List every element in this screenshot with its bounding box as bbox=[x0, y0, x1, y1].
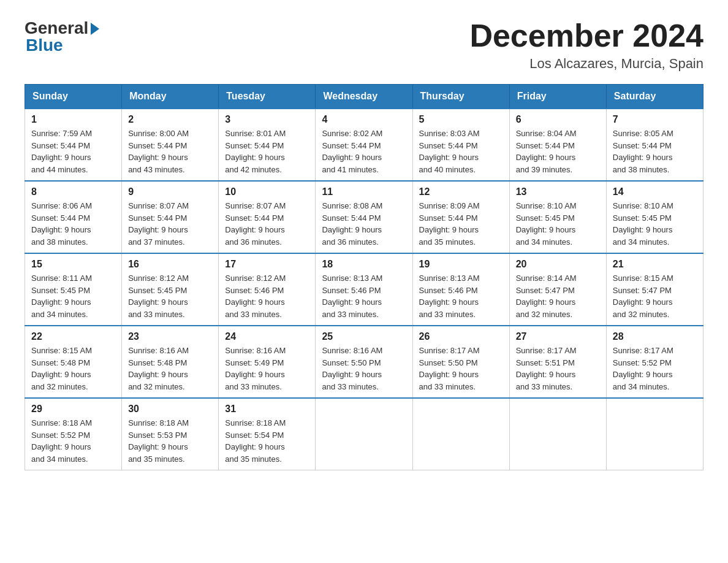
calendar-cell bbox=[509, 398, 606, 470]
calendar-cell: 24 Sunrise: 8:16 AMSunset: 5:49 PMDaylig… bbox=[219, 326, 316, 398]
calendar-cell: 11 Sunrise: 8:08 AMSunset: 5:44 PMDaylig… bbox=[316, 181, 412, 253]
day-info: Sunrise: 8:15 AMSunset: 5:48 PMDaylight:… bbox=[31, 346, 92, 391]
calendar-cell: 9 Sunrise: 8:07 AMSunset: 5:44 PMDayligh… bbox=[122, 181, 219, 253]
page-header: General Blue December 2024 Los Alcazares… bbox=[25, 18, 703, 72]
calendar-cell: 13 Sunrise: 8:10 AMSunset: 5:45 PMDaylig… bbox=[509, 181, 606, 253]
weekday-header-friday: Friday bbox=[509, 85, 606, 109]
calendar-cell: 4 Sunrise: 8:02 AMSunset: 5:44 PMDayligh… bbox=[316, 109, 412, 181]
day-number: 22 bbox=[31, 331, 115, 342]
day-info: Sunrise: 8:07 AMSunset: 5:44 PMDaylight:… bbox=[128, 201, 189, 247]
day-info: Sunrise: 8:13 AMSunset: 5:46 PMDaylight:… bbox=[419, 274, 480, 319]
day-number: 2 bbox=[128, 114, 212, 125]
day-number: 25 bbox=[322, 331, 406, 342]
calendar-cell: 14 Sunrise: 8:10 AMSunset: 5:45 PMDaylig… bbox=[606, 181, 703, 253]
day-info: Sunrise: 8:17 AMSunset: 5:50 PMDaylight:… bbox=[419, 346, 480, 391]
day-number: 6 bbox=[516, 114, 600, 125]
week-row-2: 8 Sunrise: 8:06 AMSunset: 5:44 PMDayligh… bbox=[25, 181, 703, 253]
calendar-cell: 31 Sunrise: 8:18 AMSunset: 5:54 PMDaylig… bbox=[219, 398, 316, 470]
calendar-table: SundayMondayTuesdayWednesdayThursdayFrid… bbox=[25, 84, 703, 470]
day-info: Sunrise: 8:17 AMSunset: 5:51 PMDaylight:… bbox=[516, 346, 577, 391]
day-number: 23 bbox=[128, 331, 212, 342]
weekday-header-wednesday: Wednesday bbox=[316, 85, 412, 109]
day-info: Sunrise: 8:03 AMSunset: 5:44 PMDaylight:… bbox=[419, 129, 480, 174]
day-info: Sunrise: 8:13 AMSunset: 5:46 PMDaylight:… bbox=[322, 274, 382, 319]
day-info: Sunrise: 8:02 AMSunset: 5:44 PMDaylight:… bbox=[322, 129, 382, 174]
calendar-cell: 25 Sunrise: 8:16 AMSunset: 5:50 PMDaylig… bbox=[316, 326, 412, 398]
day-info: Sunrise: 8:12 AMSunset: 5:45 PMDaylight:… bbox=[128, 274, 189, 319]
calendar-cell: 6 Sunrise: 8:04 AMSunset: 5:44 PMDayligh… bbox=[509, 109, 606, 181]
calendar-cell: 18 Sunrise: 8:13 AMSunset: 5:46 PMDaylig… bbox=[316, 253, 412, 326]
week-row-4: 22 Sunrise: 8:15 AMSunset: 5:48 PMDaylig… bbox=[25, 326, 703, 398]
calendar-cell: 8 Sunrise: 8:06 AMSunset: 5:44 PMDayligh… bbox=[25, 181, 122, 253]
week-row-3: 15 Sunrise: 8:11 AMSunset: 5:45 PMDaylig… bbox=[25, 253, 703, 326]
calendar-cell: 17 Sunrise: 8:12 AMSunset: 5:46 PMDaylig… bbox=[219, 253, 316, 326]
calendar-cell: 12 Sunrise: 8:09 AMSunset: 5:44 PMDaylig… bbox=[412, 181, 509, 253]
day-info: Sunrise: 8:10 AMSunset: 5:45 PMDaylight:… bbox=[516, 201, 577, 247]
day-info: Sunrise: 8:16 AMSunset: 5:48 PMDaylight:… bbox=[128, 346, 189, 391]
day-number: 15 bbox=[31, 259, 115, 270]
day-info: Sunrise: 8:14 AMSunset: 5:47 PMDaylight:… bbox=[516, 274, 577, 319]
calendar-cell: 23 Sunrise: 8:16 AMSunset: 5:48 PMDaylig… bbox=[122, 326, 219, 398]
day-info: Sunrise: 8:10 AMSunset: 5:45 PMDaylight:… bbox=[613, 201, 673, 247]
calendar-cell: 29 Sunrise: 8:18 AMSunset: 5:52 PMDaylig… bbox=[25, 398, 122, 470]
day-number: 1 bbox=[31, 114, 115, 125]
day-number: 28 bbox=[613, 331, 697, 342]
day-number: 17 bbox=[225, 259, 309, 270]
day-info: Sunrise: 8:16 AMSunset: 5:50 PMDaylight:… bbox=[322, 346, 382, 391]
day-info: Sunrise: 8:09 AMSunset: 5:44 PMDaylight:… bbox=[419, 201, 480, 247]
calendar-cell bbox=[412, 398, 509, 470]
calendar-cell: 26 Sunrise: 8:17 AMSunset: 5:50 PMDaylig… bbox=[412, 326, 509, 398]
weekday-header-thursday: Thursday bbox=[412, 85, 509, 109]
day-number: 11 bbox=[322, 186, 406, 197]
week-row-1: 1 Sunrise: 7:59 AMSunset: 5:44 PMDayligh… bbox=[25, 109, 703, 181]
calendar-cell: 28 Sunrise: 8:17 AMSunset: 5:52 PMDaylig… bbox=[606, 326, 703, 398]
day-number: 18 bbox=[322, 259, 406, 270]
logo-blue-text: Blue bbox=[26, 36, 63, 55]
day-info: Sunrise: 8:15 AMSunset: 5:47 PMDaylight:… bbox=[613, 274, 673, 319]
weekday-header-sunday: Sunday bbox=[25, 85, 122, 109]
day-info: Sunrise: 8:00 AMSunset: 5:44 PMDaylight:… bbox=[128, 129, 189, 174]
day-number: 12 bbox=[419, 186, 503, 197]
day-number: 10 bbox=[225, 186, 309, 197]
day-info: Sunrise: 8:16 AMSunset: 5:49 PMDaylight:… bbox=[225, 346, 286, 391]
logo: General Blue bbox=[25, 18, 99, 55]
week-row-5: 29 Sunrise: 8:18 AMSunset: 5:52 PMDaylig… bbox=[25, 398, 703, 470]
day-number: 27 bbox=[516, 331, 600, 342]
day-number: 16 bbox=[128, 259, 212, 270]
day-info: Sunrise: 8:05 AMSunset: 5:44 PMDaylight:… bbox=[613, 129, 673, 174]
calendar-cell: 15 Sunrise: 8:11 AMSunset: 5:45 PMDaylig… bbox=[25, 253, 122, 326]
day-info: Sunrise: 8:12 AMSunset: 5:46 PMDaylight:… bbox=[225, 274, 286, 319]
day-info: Sunrise: 8:11 AMSunset: 5:45 PMDaylight:… bbox=[31, 274, 92, 319]
day-number: 29 bbox=[31, 404, 115, 415]
day-number: 9 bbox=[128, 186, 212, 197]
calendar-cell bbox=[316, 398, 412, 470]
day-number: 14 bbox=[613, 186, 697, 197]
day-number: 20 bbox=[516, 259, 600, 270]
day-number: 3 bbox=[225, 114, 309, 125]
month-title: December 2024 bbox=[469, 18, 703, 53]
calendar-cell: 27 Sunrise: 8:17 AMSunset: 5:51 PMDaylig… bbox=[509, 326, 606, 398]
day-number: 4 bbox=[322, 114, 406, 125]
calendar-cell: 21 Sunrise: 8:15 AMSunset: 5:47 PMDaylig… bbox=[606, 253, 703, 326]
day-info: Sunrise: 8:08 AMSunset: 5:44 PMDaylight:… bbox=[322, 201, 382, 247]
day-info: Sunrise: 8:06 AMSunset: 5:44 PMDaylight:… bbox=[31, 201, 92, 247]
day-info: Sunrise: 8:17 AMSunset: 5:52 PMDaylight:… bbox=[613, 346, 673, 391]
day-info: Sunrise: 8:01 AMSunset: 5:44 PMDaylight:… bbox=[225, 129, 286, 174]
location-title: Los Alcazares, Murcia, Spain bbox=[469, 56, 703, 72]
day-number: 8 bbox=[31, 186, 115, 197]
day-info: Sunrise: 8:18 AMSunset: 5:54 PMDaylight:… bbox=[225, 418, 286, 464]
calendar-cell: 20 Sunrise: 8:14 AMSunset: 5:47 PMDaylig… bbox=[509, 253, 606, 326]
calendar-cell: 19 Sunrise: 8:13 AMSunset: 5:46 PMDaylig… bbox=[412, 253, 509, 326]
day-number: 30 bbox=[128, 404, 212, 415]
day-number: 7 bbox=[613, 114, 697, 125]
calendar-cell: 5 Sunrise: 8:03 AMSunset: 5:44 PMDayligh… bbox=[412, 109, 509, 181]
calendar-cell: 16 Sunrise: 8:12 AMSunset: 5:45 PMDaylig… bbox=[122, 253, 219, 326]
day-number: 31 bbox=[225, 404, 309, 415]
calendar-cell: 22 Sunrise: 8:15 AMSunset: 5:48 PMDaylig… bbox=[25, 326, 122, 398]
calendar-cell: 2 Sunrise: 8:00 AMSunset: 5:44 PMDayligh… bbox=[122, 109, 219, 181]
calendar-cell: 1 Sunrise: 7:59 AMSunset: 5:44 PMDayligh… bbox=[25, 109, 122, 181]
day-info: Sunrise: 7:59 AMSunset: 5:44 PMDaylight:… bbox=[31, 129, 92, 174]
day-number: 19 bbox=[419, 259, 503, 270]
calendar-header-row: SundayMondayTuesdayWednesdayThursdayFrid… bbox=[25, 85, 703, 109]
logo-arrow-icon bbox=[91, 23, 99, 35]
